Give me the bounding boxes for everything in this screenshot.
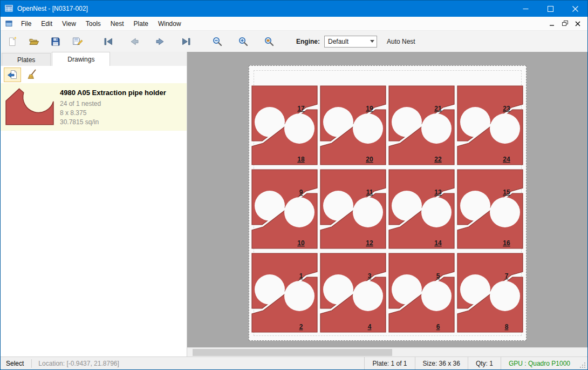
menu-file[interactable]: File — [16, 17, 36, 31]
tab-drawings[interactable]: Drawings — [52, 52, 110, 66]
drawing-meta: 4980 A05 Extraction pipe holder 24 of 1 … — [60, 87, 166, 127]
nav-first-icon — [102, 36, 115, 47]
mdi-restore-icon — [562, 21, 568, 26]
part-cutout-circle — [421, 197, 452, 227]
zoom-fit-button[interactable] — [261, 33, 278, 50]
mdi-document-icon[interactable] — [5, 20, 13, 28]
nest-pair: 1920 — [320, 86, 386, 165]
tab-drawings-label: Drawings — [67, 56, 94, 63]
drawings-toolbar — [1, 66, 187, 83]
part-cutout-circle — [490, 281, 520, 311]
part-number: 20 — [366, 156, 373, 163]
nest-svg: 171819202122232491011121314151612345678 — [249, 66, 526, 340]
engine-combobox[interactable]: Default — [324, 36, 377, 48]
resize-grip-icon[interactable] — [578, 357, 587, 370]
main-toolbar: Engine: Default Auto Nest — [1, 31, 587, 52]
mdi-minimize-button[interactable] — [545, 18, 558, 30]
part-number: 23 — [503, 105, 510, 112]
zoom-fit-icon — [264, 36, 275, 47]
nav-next-icon — [154, 36, 167, 47]
save-edit-button[interactable] — [69, 33, 86, 50]
part-number: 14 — [434, 239, 442, 247]
status-plate: Plate: 1 of 1 — [364, 357, 414, 370]
zoom-in-button[interactable] — [235, 33, 252, 50]
mdi-close-button[interactable] — [571, 18, 584, 30]
status-mode: Select — [1, 360, 31, 367]
part-number: 2 — [299, 323, 303, 331]
minimize-button[interactable] — [513, 1, 538, 17]
nav-last-button[interactable] — [177, 33, 195, 50]
sidebar: Plates Drawings — [1, 52, 187, 356]
nest-pair: 1314 — [389, 170, 454, 248]
minimize-icon — [523, 6, 529, 12]
nest-pair: 56 — [389, 253, 454, 332]
titlebar: OpenNest - [N0317-002] — [1, 1, 587, 17]
auto-nest-button[interactable]: Auto Nest — [387, 38, 415, 45]
plate-sheet: 171819202122232491011121314151612345678 — [249, 65, 527, 341]
engine-value: Default — [325, 38, 367, 45]
new-button[interactable] — [4, 33, 21, 50]
part-cutout-circle — [353, 281, 383, 311]
part-number: 3 — [368, 272, 372, 280]
part-cutout-circle — [353, 113, 383, 144]
menu-plate[interactable]: Plate — [129, 17, 153, 31]
part-cutout-circle — [421, 281, 452, 311]
menu-tools[interactable]: Tools — [81, 17, 106, 31]
drawing-title: 4980 A05 Extraction pipe holder — [60, 89, 166, 97]
part-number: 24 — [503, 156, 510, 163]
zoom-out-button[interactable] — [209, 33, 226, 50]
part-number: 1 — [299, 272, 303, 280]
nest-pair: 78 — [457, 253, 523, 332]
part-number: 19 — [366, 105, 373, 112]
part-cutout-circle — [353, 197, 383, 227]
tab-plates[interactable]: Plates — [2, 53, 51, 66]
app-icon — [5, 4, 13, 13]
nest-canvas[interactable]: 171819202122232491011121314151612345678 — [187, 52, 587, 356]
close-icon — [572, 6, 578, 12]
clean-button[interactable] — [23, 68, 40, 82]
nest-pair: 34 — [320, 253, 386, 332]
mdi-window-controls — [545, 18, 587, 30]
replace-drawing-button[interactable] — [4, 68, 21, 82]
nav-prev-icon — [128, 36, 141, 47]
new-icon — [7, 36, 18, 47]
horizontal-scrollbar-thumb[interactable] — [193, 349, 392, 356]
part-number: 10 — [297, 239, 305, 247]
mdi-restore-button[interactable] — [558, 18, 571, 30]
part-number: 4 — [368, 323, 372, 331]
nest-pair: 2122 — [389, 86, 454, 165]
part-number: 13 — [434, 189, 442, 196]
zoom-out-icon — [212, 36, 223, 47]
nav-prev-button[interactable] — [126, 33, 143, 50]
part-cutout-circle — [284, 197, 314, 227]
maximize-button[interactable] — [538, 1, 563, 17]
zoom-in-icon — [238, 36, 249, 47]
save-button[interactable] — [47, 33, 64, 50]
part-cutout-circle — [421, 113, 452, 144]
part-number: 16 — [503, 239, 510, 247]
part-number: 15 — [503, 189, 510, 196]
nest-pair: 1516 — [457, 170, 523, 248]
horizontal-scrollbar[interactable] — [187, 347, 587, 356]
drawing-list-item[interactable]: 4980 A05 Extraction pipe holder 24 of 1 … — [1, 83, 187, 131]
open-button[interactable] — [25, 33, 43, 50]
status-location: Location: [-0.9437, 21.8796] — [32, 360, 125, 367]
nav-next-button[interactable] — [152, 33, 169, 50]
window-title: OpenNest - [N0317-002] — [17, 5, 88, 12]
part-number: 9 — [299, 189, 303, 196]
nest-pair: 910 — [252, 170, 317, 248]
menu-edit[interactable]: Edit — [36, 17, 57, 31]
drawing-size: 8 x 8.375 — [60, 109, 166, 118]
nav-first-button[interactable] — [100, 33, 117, 50]
part-number: 22 — [434, 156, 442, 163]
menu-window[interactable]: Window — [153, 17, 186, 31]
save-edit-icon — [72, 36, 83, 47]
menu-view[interactable]: View — [57, 17, 81, 31]
status-size: Size: 36 x 36 — [415, 357, 468, 370]
part-cutout-circle — [284, 113, 314, 144]
part-number: 6 — [436, 323, 440, 331]
drawing-area: 30.7815 sq/in — [60, 118, 166, 127]
part-number: 18 — [297, 156, 305, 163]
menu-nest[interactable]: Nest — [106, 17, 129, 31]
close-button[interactable] — [563, 1, 587, 17]
